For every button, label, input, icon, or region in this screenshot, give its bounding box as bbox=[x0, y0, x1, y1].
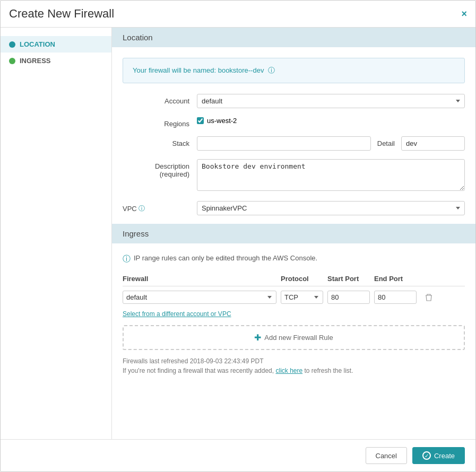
start-port-input[interactable] bbox=[327, 291, 370, 304]
ingress-table: Firewall Protocol Start Port End Port de… bbox=[123, 272, 465, 318]
cancel-button[interactable]: Cancel bbox=[366, 447, 407, 464]
end-port-input[interactable] bbox=[374, 291, 417, 304]
trash-icon bbox=[425, 293, 432, 302]
refresh-link[interactable]: click here bbox=[275, 367, 302, 374]
refresh-timestamp: Firewalls last refreshed 2018-09-03 22:4… bbox=[123, 357, 465, 365]
vpc-info-icon[interactable]: ⓘ bbox=[139, 204, 145, 213]
sidebar-item-location[interactable]: LOCATION bbox=[1, 36, 111, 53]
regions-label: Regions bbox=[123, 117, 197, 128]
vpc-label: VPC ⓘ bbox=[123, 201, 197, 213]
refresh-info: Firewalls last refreshed 2018-09-03 22:4… bbox=[123, 357, 465, 374]
modal-body: LOCATION INGRESS Location Your firewall … bbox=[1, 28, 475, 439]
description-row: Description (required) Bookstore dev env… bbox=[123, 159, 465, 193]
account-control: default bbox=[197, 94, 465, 108]
col-end-header: End Port bbox=[374, 275, 417, 283]
delete-rule-button[interactable] bbox=[421, 293, 437, 302]
sidebar-item-ingress[interactable]: INGRESS bbox=[1, 53, 111, 69]
start-port-wrap bbox=[327, 291, 370, 304]
table-row: default TCP UDP ICMP bbox=[123, 286, 465, 308]
regions-control: us-west-2 bbox=[197, 117, 465, 125]
not-finding-suffix: to refresh the list. bbox=[305, 367, 353, 374]
col-firewall-header: Firewall bbox=[123, 275, 276, 283]
sidebar-ingress-label: INGRESS bbox=[20, 57, 51, 65]
firewall-name-info-icon[interactable]: ⓘ bbox=[268, 66, 275, 74]
firewall-name-value: bookstore--dev bbox=[218, 66, 264, 74]
create-label: Create bbox=[434, 452, 455, 460]
close-button[interactable]: × bbox=[461, 8, 467, 20]
add-icon: ✚ bbox=[254, 333, 261, 343]
ingress-dot bbox=[9, 58, 15, 64]
content-area: Location Your firewall will be named: bo… bbox=[112, 28, 475, 439]
description-textarea[interactable]: Bookstore dev environment bbox=[197, 159, 465, 191]
sidebar: LOCATION INGRESS bbox=[1, 28, 112, 439]
protocol-select-wrap: TCP UDP ICMP bbox=[281, 291, 323, 304]
location-form: Account default Regions us-west-2 bbox=[112, 94, 475, 215]
alert-text: IP range rules can only be edited throug… bbox=[134, 254, 317, 262]
stack-input[interactable] bbox=[197, 136, 371, 151]
add-firewall-rule-button[interactable]: ✚ Add new Firewall Rule bbox=[123, 325, 465, 350]
account-select[interactable]: default bbox=[197, 94, 465, 108]
not-finding-text: If you're not finding a firewall that wa… bbox=[123, 367, 465, 374]
region-checkbox[interactable] bbox=[197, 117, 204, 124]
protocol-select[interactable]: TCP UDP ICMP bbox=[281, 291, 323, 304]
end-port-wrap bbox=[374, 291, 417, 304]
firewall-select[interactable]: default bbox=[123, 291, 276, 304]
vpc-select[interactable]: SpinnakerVPC bbox=[197, 201, 465, 215]
ingress-alert: ⓘ IP range rules can only be edited thro… bbox=[123, 254, 465, 264]
modal-header: Create New Firewall × bbox=[1, 1, 475, 28]
col-protocol-header: Protocol bbox=[281, 275, 323, 283]
create-button[interactable]: ✓ Create bbox=[412, 447, 465, 464]
stack-control: Detail bbox=[197, 136, 465, 151]
firewall-select-wrap: default bbox=[123, 291, 276, 304]
location-dot bbox=[9, 41, 15, 48]
ingress-table-header: Firewall Protocol Start Port End Port bbox=[123, 272, 465, 286]
stack-row: Stack Detail bbox=[123, 136, 465, 151]
modal-footer: Cancel ✓ Create bbox=[1, 439, 475, 471]
create-check-icon: ✓ bbox=[422, 451, 431, 460]
detail-label: Detail bbox=[377, 139, 395, 147]
regions-row: Regions us-west-2 bbox=[123, 117, 465, 128]
detail-input[interactable] bbox=[401, 136, 465, 151]
create-firewall-modal: Create New Firewall × LOCATION INGRESS L… bbox=[0, 0, 476, 472]
description-control: Bookstore dev environment bbox=[197, 159, 465, 193]
alert-info-icon: ⓘ bbox=[123, 254, 131, 264]
sidebar-location-label: LOCATION bbox=[20, 40, 55, 48]
vpc-control: SpinnakerVPC bbox=[197, 201, 465, 215]
description-label: Description (required) bbox=[123, 159, 197, 178]
vpc-row: VPC ⓘ SpinnakerVPC bbox=[123, 201, 465, 215]
account-row: Account default bbox=[123, 94, 465, 108]
firewall-name-prefix: Your firewall will be named: bbox=[133, 66, 216, 74]
account-label: Account bbox=[123, 94, 197, 105]
location-section-header: Location bbox=[112, 28, 475, 47]
region-value: us-west-2 bbox=[207, 117, 237, 125]
different-account-link[interactable]: Select from a different account or VPC bbox=[123, 310, 465, 318]
firewall-name-box: Your firewall will be named: bookstore--… bbox=[123, 58, 465, 83]
stack-label: Stack bbox=[123, 136, 197, 147]
add-rule-label: Add new Firewall Rule bbox=[264, 334, 333, 342]
ingress-section: Ingress ⓘ IP range rules can only be edi… bbox=[112, 224, 475, 374]
col-start-header: Start Port bbox=[327, 275, 370, 283]
ingress-section-header: Ingress bbox=[112, 224, 475, 243]
modal-title: Create New Firewall bbox=[9, 7, 114, 21]
not-finding-prefix: If you're not finding a firewall that wa… bbox=[123, 367, 274, 374]
